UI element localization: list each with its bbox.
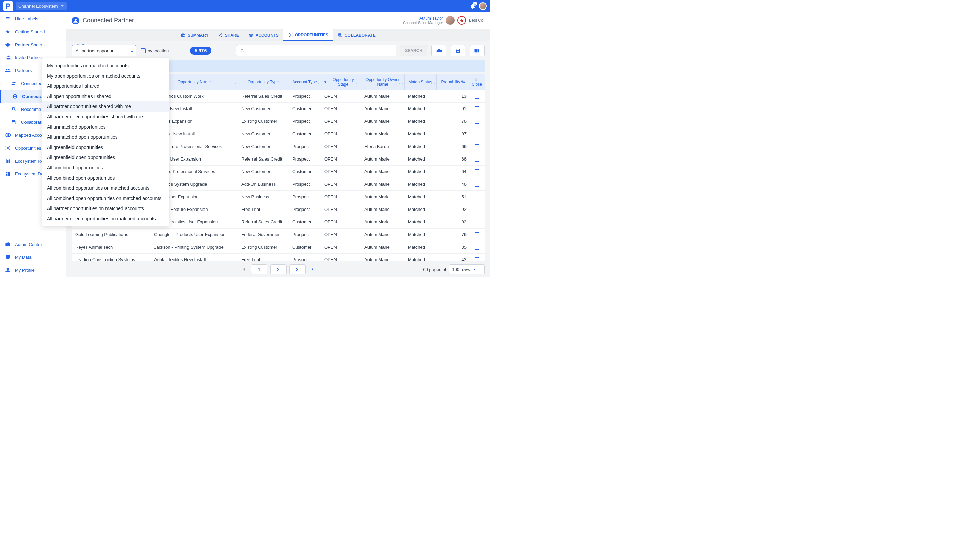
network-icon (288, 33, 293, 37)
star-icon: ★ (5, 29, 11, 35)
chevron-down-icon (60, 5, 64, 8)
person-icon (5, 267, 11, 273)
col-probability[interactable]: Probability %⋮⋮ (437, 74, 470, 90)
table-row[interactable]: Gold Learning PublicationsChenglei - Pro… (72, 229, 485, 241)
report-dropdown[interactable]: All partner opportuniti... ▴ (72, 45, 137, 56)
col-owner-name[interactable]: Opportunity Owner Name⋮⋮ (361, 74, 404, 90)
checkbox-icon (475, 220, 479, 224)
by-location-checkbox[interactable]: by location (140, 48, 169, 53)
dropdown-item[interactable]: All partner opportunities shared with me (42, 101, 169, 111)
table-row[interactable]: Leading Construction SystemsAdrik - Text… (72, 254, 485, 261)
dropdown-item[interactable]: My opportunities on matched accounts (42, 60, 169, 71)
rows-per-page-select[interactable]: 100 rows (449, 264, 485, 275)
dropdown-item[interactable]: All combined opportunities (42, 162, 169, 173)
notification-count: 1 (473, 2, 477, 6)
checkbox-icon (475, 257, 479, 261)
col-match-status[interactable]: Match Status⋮⋮ (404, 74, 437, 90)
col-opportunity-stage[interactable]: ▼Opportunity Stage⋮⋮ (321, 74, 361, 90)
col-opportunity-type[interactable]: Opportunity Type⋮⋮ (238, 74, 289, 90)
tab-share[interactable]: SHARE (213, 29, 244, 41)
checkbox-icon (475, 106, 479, 111)
sidebar-my-data[interactable]: My Data (0, 251, 66, 264)
user-avatar[interactable] (479, 2, 487, 10)
database-icon (5, 254, 11, 260)
user-avatar[interactable] (446, 16, 455, 25)
col-account-type[interactable]: Account Type⋮⋮ (289, 74, 321, 90)
col-is-closed[interactable]: Is Close (470, 74, 484, 90)
venn-icon (5, 132, 11, 138)
dropdown-item[interactable]: All unmatched opportunities (42, 122, 169, 132)
checkbox-icon (475, 245, 479, 249)
dropdown-item[interactable]: All greenfield opportunities (42, 142, 169, 153)
svg-point-14 (288, 36, 289, 37)
person-add-icon (5, 54, 11, 60)
svg-point-2 (8, 133, 11, 137)
tabs: SUMMARY SHARE ACCOUNTS OPPORTUNITIES COL… (66, 29, 490, 41)
tab-opportunities[interactable]: OPPORTUNITIES (283, 29, 333, 41)
tab-collaborate[interactable]: COLLABORATE (333, 29, 380, 41)
columns-button[interactable] (469, 45, 485, 56)
dropdown-item[interactable]: All partner open opportunities on matche… (42, 214, 169, 224)
dashboard-icon (5, 171, 11, 177)
tab-summary[interactable]: SUMMARY (176, 29, 213, 41)
share-icon (218, 33, 223, 38)
table-row[interactable]: Reyes Animal TechJackson - Printing Syst… (72, 241, 485, 254)
app-logo[interactable] (3, 2, 13, 11)
page-1-button[interactable]: 1 (251, 264, 267, 275)
checkbox-icon (475, 182, 479, 187)
prev-page-button[interactable] (240, 264, 248, 275)
checkbox-icon (475, 132, 479, 137)
next-page-button[interactable] (308, 264, 317, 275)
search-person-icon (11, 106, 17, 112)
people-icon (11, 80, 17, 86)
page-3-button[interactable]: 3 (289, 264, 305, 275)
dropdown-item[interactable]: All partner opportunities on matched acc… (42, 203, 169, 214)
channel-selector[interactable]: Channel Ecosystem (16, 2, 67, 10)
svg-point-12 (288, 33, 289, 34)
dropdown-item[interactable]: All partner open opportunities shared wi… (42, 111, 169, 122)
dropdown-item[interactable]: My open opportunities on matched account… (42, 71, 169, 81)
tab-accounts[interactable]: ACCOUNTS (244, 29, 283, 41)
bar-chart-icon (5, 158, 11, 164)
svg-rect-18 (478, 49, 479, 53)
chevron-right-icon (311, 268, 314, 271)
checkbox-icon (475, 232, 479, 237)
chat-icon (11, 119, 17, 125)
search-input[interactable] (236, 45, 396, 56)
pagination: 1 2 3 60 pages of 100 rows (72, 262, 485, 276)
page-2-button[interactable]: 2 (270, 264, 286, 275)
company-name: Best Co. (469, 18, 485, 23)
checkbox-icon (475, 119, 479, 124)
columns-icon (474, 48, 480, 53)
company-badge: ★ (457, 16, 466, 25)
dropdown-item[interactable]: All open opportunities I shared (42, 91, 169, 101)
dropdown-item[interactable]: All combined open opportunities on match… (42, 193, 169, 203)
user-info: Autum Taylor Channel Sales Manager (403, 16, 443, 25)
download-button[interactable] (431, 45, 447, 56)
network-icon (5, 145, 11, 151)
checkbox-icon (475, 194, 479, 199)
sidebar-admin-center[interactable]: Admin Center (0, 238, 66, 251)
dropdown-item[interactable]: All unmatched open opportunities (42, 132, 169, 142)
checkbox-icon (475, 94, 479, 99)
sidebar-my-profile[interactable]: My Profile (0, 264, 66, 276)
dropdown-item[interactable]: All greenfield open opportunities (42, 153, 169, 162)
menu-icon: ☰ (5, 16, 11, 22)
dropdown-item[interactable]: All combined opportunities on matched ac… (42, 183, 169, 193)
sidebar-hide-labels[interactable]: ☰Hide Labels (0, 12, 66, 25)
pie-icon (181, 33, 185, 38)
sidebar-getting-started[interactable]: ★Getting Started (0, 25, 66, 38)
topbar: Channel Ecosystem 1 (0, 0, 490, 12)
sidebar-partner-sheets[interactable]: Partner Sheets (0, 38, 66, 51)
report-dropdown-menu[interactable]: My opportunities on matched accountsMy o… (42, 59, 169, 226)
search-icon (240, 48, 245, 53)
svg-point-13 (292, 33, 292, 34)
search-button[interactable]: SEARCH (400, 45, 427, 56)
dropdown-item[interactable]: All combined open opportunities (42, 173, 169, 183)
venn-icon (249, 33, 253, 38)
notification-bell-icon[interactable]: 1 (469, 3, 476, 9)
dropdown-item[interactable]: All opportunities I shared (42, 81, 169, 91)
save-icon (455, 48, 461, 53)
checkbox-icon (140, 48, 146, 53)
save-button[interactable] (450, 45, 466, 56)
